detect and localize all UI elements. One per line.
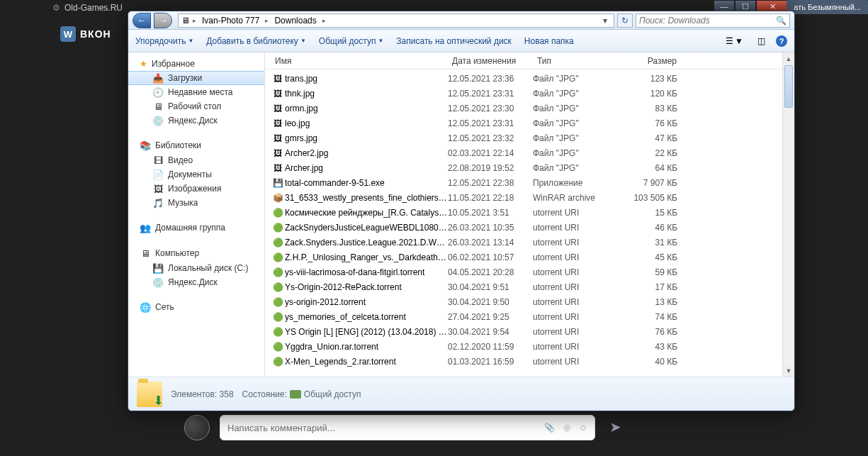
file-icon: 🟢: [271, 357, 285, 367]
address-dropdown[interactable]: ▾: [599, 16, 611, 26]
file-type: Файл "JPG": [533, 118, 618, 128]
sidebar-item-desktop[interactable]: 🖥Рабочий стол: [128, 99, 264, 113]
video-icon: 🎞: [152, 155, 164, 166]
attach-icon[interactable]: 📎: [544, 423, 555, 433]
table-row[interactable]: 🟢ys-viii-lacrimosa-of-dana-fitgirl.torre…: [265, 265, 794, 279]
table-row[interactable]: 🟢Космические рейнджеры_[R.G. Catalyst...…: [265, 205, 794, 220]
help-button[interactable]: ?: [776, 35, 787, 47]
file-size: 64 КБ: [618, 163, 682, 173]
burn-button[interactable]: Записать на оптический диск: [396, 36, 512, 46]
favorites-header[interactable]: ★Избранное: [128, 57, 264, 71]
table-row[interactable]: 🟢Ys-Origin-2012-RePack.torrent30.04.2021…: [265, 279, 794, 294]
camera-icon[interactable]: ◎: [563, 423, 570, 433]
address-bar[interactable]: 🖥 ▸ Ivan-Photo 777 ▸ Downloads ▸ ▾: [178, 13, 614, 28]
table-row[interactable]: 🖼Archer.jpg22.08.2019 19:52Файл "JPG"64 …: [265, 160, 794, 175]
file-name: leo.jpg: [285, 118, 448, 128]
sidebar-item-downloads[interactable]: 📥Загрузки: [128, 71, 264, 85]
scroll-thumb[interactable]: [784, 65, 793, 108]
file-type: Приложение: [533, 178, 618, 188]
table-row[interactable]: 💾total-commander-9-51.exe12.05.2021 22:3…: [265, 175, 794, 190]
images-icon: 🖼: [152, 183, 164, 194]
column-size[interactable]: Размер: [618, 53, 682, 69]
file-icon: 🖼: [271, 118, 285, 128]
file-name: Космические рейнджеры_[R.G. Catalyst...: [285, 208, 448, 218]
add-library-menu[interactable]: Добавить в библиотеку▼: [206, 36, 305, 46]
table-row[interactable]: 🟢Zack.Snyders.Justice.League.2021.D.WEB.…: [265, 235, 794, 250]
table-row[interactable]: 🖼Archer2.jpg02.03.2021 22:14Файл "JPG"22…: [265, 145, 794, 160]
file-name: ys-viii-lacrimosa-of-dana-fitgirl.torren…: [285, 267, 448, 277]
chevron-right-icon[interactable]: ▸: [193, 17, 196, 24]
table-row[interactable]: 🟢ys_memories_of_celceta.torrent27.04.202…: [265, 309, 794, 324]
table-row[interactable]: 🟢ZackSnydersJusticeLeagueWEBDL1080p.t...…: [265, 220, 794, 235]
breadcrumb[interactable]: Ivan-Photo 777: [199, 15, 262, 26]
homegroup-header[interactable]: 👥Домашняя группа: [128, 220, 264, 235]
sidebar-item-yandex[interactable]: 💿Яндекс.Диск: [128, 113, 264, 128]
table-row[interactable]: 🖼thnk.jpg12.05.2021 23:31Файл "JPG"120 К…: [265, 86, 794, 101]
file-icon: 🖼: [271, 89, 285, 99]
file-list[interactable]: 🖼trans.jpg12.05.2021 23:36Файл "JPG"123 …: [265, 69, 794, 377]
comment-input[interactable]: [227, 423, 544, 433]
table-row[interactable]: 📦31_6533_westly_presents_fine_clothiers_…: [265, 190, 794, 205]
share-menu[interactable]: Общий доступ▼: [319, 36, 384, 46]
table-row[interactable]: 🖼ormn.jpg12.05.2021 23:30Файл "JPG"83 КБ: [265, 101, 794, 116]
chevron-right-icon[interactable]: ▸: [322, 17, 326, 24]
table-row[interactable]: 🖼leo.jpg12.05.2021 23:31Файл "JPG"76 КБ: [265, 116, 794, 130]
emoji-icon[interactable]: ☺: [579, 423, 587, 433]
file-size: 83 КБ: [618, 104, 682, 113]
file-name: ys-origin-2012.torrent: [285, 297, 448, 307]
file-type: utorrent URI: [533, 312, 618, 322]
preview-pane-button[interactable]: ◫: [754, 34, 769, 48]
file-name: Archer.jpg: [285, 163, 448, 173]
table-row[interactable]: 🖼gmrs.jpg12.05.2021 23:32Файл "JPG"47 КБ: [265, 130, 794, 145]
table-row[interactable]: 🟢Yggdra_Union.rar.torrent02.12.2020 11:5…: [265, 339, 794, 354]
scroll-down[interactable]: ▼: [783, 365, 794, 377]
libraries-header[interactable]: 📚Библиотеки: [128, 138, 264, 153]
file-icon: 🟢: [271, 297, 285, 307]
back-button[interactable]: ←: [133, 13, 151, 28]
forward-button[interactable]: →: [154, 13, 172, 28]
sidebar-item-videos[interactable]: 🎞Видео: [128, 153, 264, 167]
scroll-up[interactable]: ▲: [783, 52, 794, 65]
comment-box[interactable]: 📎 ◎ ☺: [220, 415, 595, 440]
new-folder-button[interactable]: Новая папка: [524, 36, 574, 46]
file-name: Ys-Origin-2012-RePack.torrent: [285, 282, 448, 292]
network-header[interactable]: 🌐Сеть: [128, 299, 264, 315]
libraries-icon: 📚: [140, 140, 151, 151]
breadcrumb[interactable]: Downloads: [271, 15, 319, 26]
sidebar-item-yandex2[interactable]: 💿Яндекс.Диск: [128, 275, 264, 289]
taskbar-tab[interactable]: ать Безымянный...: [787, 0, 868, 14]
file-date: 12.05.2021 23:31: [448, 118, 533, 128]
file-name: X-Men_Legends_2.rar.torrent: [285, 357, 448, 367]
sidebar-item-documents[interactable]: 📄Документы: [128, 167, 264, 182]
sidebar-item-images[interactable]: 🖼Изображения: [128, 182, 264, 196]
refresh-button[interactable]: ↻: [617, 13, 633, 28]
chevron-right-icon[interactable]: ▸: [265, 17, 269, 24]
organize-menu[interactable]: Упорядочить▼: [135, 36, 193, 46]
sidebar-item-recent[interactable]: 🕘Недавние места: [128, 85, 264, 99]
search-input[interactable]: [639, 16, 773, 26]
file-size: 76 КБ: [618, 118, 682, 128]
file-size: 17 КБ: [618, 282, 682, 292]
search-box[interactable]: 🔍: [636, 13, 790, 28]
table-row[interactable]: 🟢ys-origin-2012.torrent30.04.2021 9:50ut…: [265, 294, 794, 309]
table-row[interactable]: 🟢YS Origin [L] [ENG] (2012) (13.04.2018)…: [265, 324, 794, 339]
column-date[interactable]: Дата изменения: [448, 53, 533, 69]
table-row[interactable]: 🟢X-Men_Legends_2.rar.torrent01.03.2021 1…: [265, 354, 794, 369]
file-date: 11.05.2021 22:18: [448, 193, 533, 203]
scrollbar[interactable]: ▲ ▼: [782, 52, 794, 377]
table-row[interactable]: 🟢Z.H.P._Unlosing_Ranger_vs._Darkdeath_E.…: [265, 250, 794, 265]
avatar[interactable]: [184, 415, 210, 440]
file-type: Файл "JPG": [533, 104, 618, 113]
search-icon[interactable]: 🔍: [776, 16, 787, 26]
file-type: utorrent URI: [533, 238, 618, 248]
file-type: Файл "JPG": [533, 133, 618, 143]
column-name[interactable]: Имя: [271, 53, 448, 69]
drive-icon: 💾: [152, 262, 164, 274]
view-menu[interactable]: ☰▼: [722, 34, 747, 48]
sidebar-item-music[interactable]: 🎵Музыка: [128, 196, 264, 210]
sidebar-item-local-c[interactable]: 💾Локальный диск (C:): [128, 261, 264, 275]
computer-header[interactable]: 🖥Компьютер: [128, 245, 264, 261]
send-button[interactable]: ➤: [609, 418, 621, 435]
table-row[interactable]: 🖼trans.jpg12.05.2021 23:36Файл "JPG"123 …: [265, 71, 794, 86]
column-type[interactable]: Тип: [533, 53, 618, 69]
